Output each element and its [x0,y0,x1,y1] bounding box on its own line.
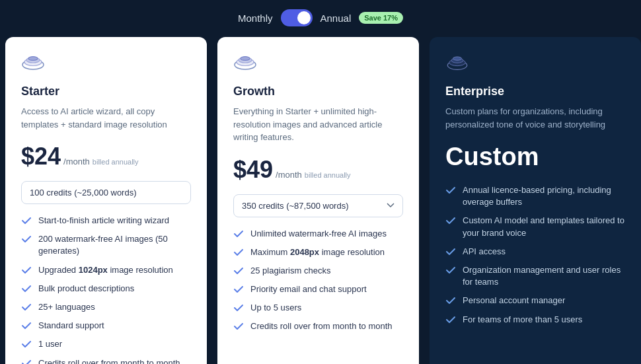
enterprise-icon [445,55,625,77]
list-item: Credits roll over from month to month [21,357,191,365]
starter-credits-display: 100 credits (~25,000 words) [21,181,191,204]
annual-label: Annual [320,13,352,24]
check-icon [233,229,244,239]
check-icon [445,295,456,306]
growth-price-amount: $49 [233,156,273,184]
growth-credits-select[interactable]: 350 credits (~87,500 words) 700 credits … [233,194,403,217]
check-icon [233,303,244,313]
list-item: Standard support [21,320,191,332]
billing-toggle[interactable]: Monthly Annual Save 17% [238,0,403,37]
check-icon [233,266,244,276]
check-icon [21,283,32,294]
save-badge: Save 17% [359,12,403,24]
starter-price-billed: billed annually [93,158,139,166]
starter-price-period: /month [63,157,90,166]
check-icon [445,314,456,325]
growth-icon [233,55,403,77]
starter-icon [21,55,191,77]
starter-plan-desc: Access to AI article wizard, all copy te… [21,105,191,131]
growth-features-list: Unlimited watermark-free AI images Maxim… [233,228,403,333]
list-item: Up to 5 users [233,302,403,314]
list-item: API access [445,246,625,258]
billing-toggle-switch[interactable] [281,9,313,26]
list-item: Bulk product descriptions [21,283,191,295]
list-item: Custom AI model and templates tailored t… [445,215,625,238]
plans-container: Starter Access to AI article wizard, all… [0,37,641,364]
growth-plan-card: Growth Everything in Starter + unlimited… [217,37,419,364]
starter-price-amount: $24 [21,143,61,170]
starter-plan-price: $24 /month billed annually [21,143,191,170]
check-icon [21,215,32,226]
enterprise-features-list: Annual licence-based pricing, including … [445,184,625,326]
enterprise-plan-desc: Custom plans for organizations, includin… [445,105,625,131]
enterprise-plan-name: Enterprise [445,85,625,98]
check-icon [233,247,244,258]
check-icon [233,284,244,295]
check-icon [21,339,32,349]
growth-plan-desc: Everything in Starter + unlimited high-r… [233,105,403,144]
list-item: 200 watermark-free AI images (50 generat… [21,233,191,257]
check-icon [21,265,32,275]
check-icon [445,246,456,257]
check-icon [21,358,32,365]
list-item: Credits roll over from month to month [233,320,403,332]
check-icon [445,215,456,226]
svg-point-7 [241,57,250,61]
list-item: Start-to-finish article writing wizard [21,215,191,227]
list-item: 25 plagiarism checks [233,265,403,277]
svg-point-3 [28,57,38,61]
svg-point-11 [453,57,461,60]
check-icon [21,320,32,331]
list-item: For teams of more than 5 users [445,314,625,326]
check-icon [233,321,244,332]
check-icon [445,185,456,196]
check-icon [21,302,32,312]
list-item: 25+ languages [21,301,191,313]
check-icon [445,265,456,275]
growth-price-period: /month [276,170,302,180]
check-icon [21,234,32,244]
list-item: Maximum 2048px image resolution [233,246,403,258]
list-item: 1 user [21,338,191,350]
enterprise-plan-card: Enterprise Custom plans for organization… [430,37,641,364]
growth-plan-name: Growth [233,85,403,98]
list-item: Personal account manager [445,295,625,307]
list-item: Unlimited watermark-free AI images [233,228,403,240]
toggle-thumb [297,11,311,24]
monthly-label: Monthly [238,13,273,24]
list-item: Organization management and user roles f… [445,264,625,288]
list-item: Priority email and chat support [233,283,403,295]
enterprise-price: Custom [445,143,625,171]
growth-price-billed: billed annually [305,171,351,179]
growth-plan-price: $49 /month billed annually [233,156,403,184]
starter-plan-card: Starter Access to AI article wizard, all… [5,37,207,364]
starter-features-list: Start-to-finish article writing wizard 2… [21,215,191,364]
list-item: Upgraded 1024px image resolution [21,264,191,276]
list-item: Annual licence-based pricing, including … [445,184,625,208]
starter-plan-name: Starter [21,85,191,98]
